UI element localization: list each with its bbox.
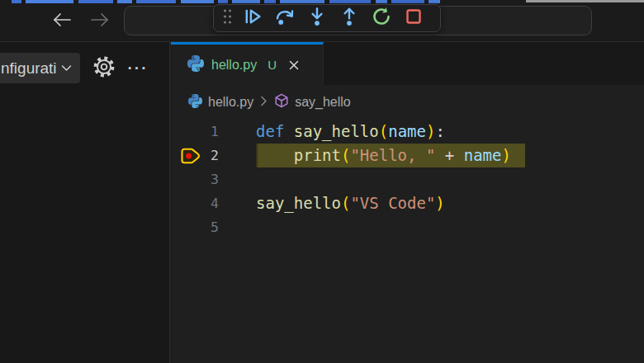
- debug-stop-icon: [404, 7, 424, 30]
- python-file-icon: [188, 94, 202, 111]
- debug-continue-icon: [243, 7, 263, 30]
- code-token-bracket: (: [379, 122, 388, 140]
- tab-close-button[interactable]: [285, 56, 303, 74]
- tab-hello-py[interactable]: hello.py U: [171, 42, 324, 85]
- tab-label: hello.py: [211, 58, 257, 73]
- debug-step-over-icon: [275, 7, 295, 30]
- breakpoint-current-line-icon[interactable]: [178, 144, 206, 167]
- code-token-text: +: [435, 146, 463, 164]
- debug-settings-button[interactable]: [91, 55, 117, 82]
- code-line[interactable]: 1def say_hello(name):: [171, 120, 644, 144]
- line-number: 5: [206, 215, 219, 239]
- debug-toolbar: [213, 4, 441, 32]
- symbol-method-icon: [274, 93, 289, 111]
- python-file-icon: [187, 55, 204, 75]
- views-more-actions-button[interactable]: ···: [124, 55, 152, 82]
- code-token-function: print: [294, 146, 341, 164]
- code-text: print("Hello, " + name): [256, 144, 525, 167]
- navigate-back-button[interactable]: [50, 10, 74, 33]
- breakpoint-gutter[interactable]: [178, 120, 206, 144]
- breakpoint-gutter[interactable]: [178, 215, 206, 239]
- toolbar-drag-handle[interactable]: [220, 6, 234, 31]
- code-lines: 1def say_hello(name):2 print("Hello, " +…: [171, 120, 644, 239]
- breakpoint-gutter[interactable]: [178, 191, 206, 215]
- debug-step-into-icon: [307, 7, 327, 30]
- debug-restart-button[interactable]: [367, 6, 395, 31]
- title-bar: [0, 0, 644, 42]
- debug-configuration-dropdown[interactable]: nfigurati: [0, 53, 80, 83]
- breadcrumb-file[interactable]: hello.py: [188, 94, 253, 111]
- code-token-bracket: ): [501, 146, 510, 164]
- gear-icon: [93, 56, 115, 81]
- line-number: 4: [206, 191, 219, 215]
- code-token-text: :: [435, 122, 444, 140]
- code-token-string: "VS Code": [350, 194, 435, 212]
- breakpoint-gutter[interactable]: [178, 167, 206, 191]
- breadcrumb: hello.py say_hello: [171, 85, 644, 120]
- code-token-text: [284, 122, 293, 140]
- code-line[interactable]: 5: [171, 215, 644, 239]
- debug-sidebar: nfigurati ···: [0, 42, 170, 363]
- debug-stop-button[interactable]: [400, 6, 427, 31]
- debug-restart-icon: [372, 7, 391, 30]
- debug-step-over-button[interactable]: [271, 6, 298, 31]
- code-text: say_hello("VS Code"): [256, 191, 445, 215]
- line-number: 1: [206, 120, 219, 144]
- code-token-bracket: (: [341, 146, 350, 164]
- code-text: def say_hello(name):: [256, 120, 445, 144]
- gripper-icon: [222, 7, 233, 29]
- navigate-forward-button[interactable]: [88, 10, 112, 33]
- code-token-bracket: (: [341, 194, 350, 212]
- line-number: 3: [206, 167, 219, 191]
- debug-continue-button[interactable]: [239, 6, 266, 31]
- code-token-function: say_hello: [256, 194, 341, 212]
- chevron-down-icon: [60, 62, 73, 74]
- code-token-variable: name: [464, 146, 502, 164]
- code-token-variable: name: [388, 122, 426, 140]
- code-line[interactable]: 2 print("Hello, " + name): [171, 144, 644, 167]
- code-token-text: [256, 146, 294, 164]
- code-token-bracket: ): [435, 194, 444, 212]
- editor-group: hello.py U hello.py: [171, 42, 644, 363]
- clipped-text-fragment: [0, 0, 644, 3]
- code-line[interactable]: 4say_hello("VS Code"): [171, 191, 644, 215]
- debug-step-into-button[interactable]: [303, 6, 330, 31]
- chevron-right-icon: [259, 95, 268, 110]
- arrow-right-icon: [89, 11, 111, 32]
- code-line[interactable]: 3: [171, 167, 644, 191]
- breadcrumb-symbol[interactable]: say_hello: [274, 93, 351, 111]
- line-number: 2: [206, 144, 219, 167]
- arrow-left-icon: [51, 11, 73, 32]
- git-status-badge: U: [268, 58, 277, 72]
- ellipsis-icon: ···: [128, 59, 149, 78]
- debug-configuration-label: nfigurati: [1, 59, 57, 78]
- tab-bar: hello.py U: [171, 42, 644, 85]
- debug-step-out-button[interactable]: [335, 6, 362, 31]
- debug-step-out-icon: [339, 7, 359, 30]
- vscode-window: nfigurati ··· hello.py: [0, 0, 644, 363]
- code-token-string: "Hello, ": [350, 146, 435, 164]
- breadcrumb-file-label: hello.py: [208, 95, 253, 110]
- code-token-bracket: ): [426, 122, 435, 140]
- breadcrumb-symbol-label: say_hello: [295, 95, 351, 110]
- code-token-function: say_hello: [294, 122, 379, 140]
- code-token-keyword: def: [256, 122, 284, 140]
